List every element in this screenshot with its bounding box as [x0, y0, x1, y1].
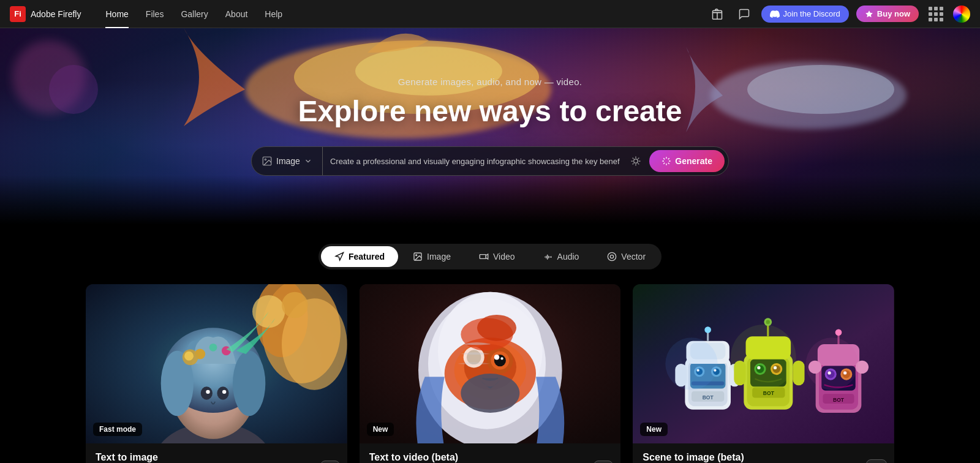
- tab-audio-label: Audio: [557, 252, 579, 262]
- logo-icon: Fi: [10, 6, 26, 22]
- card-scene-to-image[interactable]: BOT: [633, 284, 894, 463]
- card-2-arrow[interactable]: [594, 461, 613, 463]
- hero-bottom-fade: [0, 175, 980, 224]
- card-1-body: Text to image Generate high-quality imag…: [86, 443, 347, 463]
- nav-gallery[interactable]: Gallery: [173, 0, 215, 28]
- type-label: Image: [276, 156, 300, 166]
- svg-point-112: [731, 325, 796, 390]
- hero-content: Generate images, audio, and now — video.…: [251, 77, 729, 176]
- tab-video-label: Video: [493, 252, 515, 262]
- svg-point-75: [705, 326, 712, 333]
- buy-label: Buy now: [877, 9, 910, 18]
- svg-text:BOT: BOT: [763, 390, 775, 396]
- discord-button[interactable]: Join the Discord: [761, 6, 849, 23]
- audio-icon: [543, 252, 553, 262]
- svg-point-113: [806, 337, 858, 390]
- nav-help[interactable]: Help: [257, 0, 290, 28]
- svg-point-52: [494, 355, 499, 360]
- gift-button[interactable]: [707, 4, 727, 24]
- svg-point-27: [282, 292, 308, 318]
- image-icon: [413, 252, 423, 262]
- card-2-badge: New: [367, 423, 394, 436]
- tab-audio[interactable]: Audio: [530, 246, 593, 267]
- app-name: Adobe Firefly: [31, 9, 81, 19]
- apps-grid-icon: [929, 7, 943, 21]
- flowers-svg: [0, 28, 184, 151]
- enhance-button[interactable]: [627, 152, 644, 170]
- card-1-image: Fast mode: [86, 284, 347, 443]
- svg-point-58: [461, 374, 519, 413]
- hero-subtitle: Generate images, audio, and now — video.: [251, 77, 729, 87]
- card-3-title: Scene to image (beta): [643, 452, 884, 463]
- nav-home[interactable]: Home: [98, 0, 135, 28]
- hero-section: Generate images, audio, and now — video.…: [0, 28, 980, 224]
- svg-point-9: [49, 65, 98, 114]
- svg-point-11: [265, 159, 266, 160]
- nav-links: Home Files Gallery About Help: [98, 0, 290, 28]
- tab-video[interactable]: Video: [466, 246, 529, 267]
- svg-point-53: [500, 357, 503, 359]
- generate-icon: [662, 156, 671, 166]
- megaphone-icon: [334, 252, 344, 262]
- tab-vector[interactable]: Vector: [594, 246, 659, 267]
- vector-icon: [607, 252, 617, 262]
- card-1-badge: Fast mode: [93, 423, 142, 436]
- enhance-icon: [630, 155, 642, 167]
- tab-featured[interactable]: Featured: [321, 246, 398, 267]
- card-3-illustration: BOT: [633, 284, 894, 443]
- content-tabs: Featured Image Video: [318, 244, 662, 269]
- svg-point-32: [233, 351, 265, 416]
- navbar: Fi Adobe Firefly Home Files Gallery Abou…: [0, 0, 980, 28]
- tab-image[interactable]: Image: [399, 246, 464, 267]
- dropdown-chevron: [304, 157, 312, 165]
- card-2-image: New: [360, 284, 621, 443]
- svg-marker-2: [865, 10, 873, 17]
- card-text-to-image[interactable]: Fast mode Text to image Generate high-qu…: [86, 284, 347, 463]
- svg-point-7: [747, 65, 894, 114]
- buy-button[interactable]: Buy now: [856, 6, 919, 22]
- card-3-image: BOT: [633, 284, 894, 443]
- card-1-title: Text to image: [96, 452, 337, 463]
- svg-point-111: [666, 337, 718, 390]
- svg-point-92: [766, 320, 770, 324]
- search-input[interactable]: [323, 157, 627, 166]
- video-icon: [479, 252, 489, 262]
- svg-point-14: [416, 255, 417, 256]
- image-type-icon: [262, 156, 273, 167]
- generate-label: Generate: [675, 156, 712, 166]
- chat-button[interactable]: [734, 4, 754, 24]
- card-3-badge: New: [640, 423, 668, 436]
- card-text-to-video[interactable]: New Text to video (beta) Generate video …: [360, 284, 621, 463]
- hero-title: Explore new ways to create: [251, 94, 729, 128]
- card-1-arrow[interactable]: [320, 461, 340, 463]
- svg-text:BOT: BOT: [703, 394, 714, 401]
- svg-point-57: [477, 315, 516, 341]
- search-bar: Image Generate: [251, 146, 729, 176]
- svg-point-36: [222, 390, 226, 394]
- generate-button[interactable]: Generate: [649, 150, 725, 172]
- card-2-body: Text to video (beta) Generate video clip…: [360, 443, 621, 463]
- tab-featured-label: Featured: [349, 252, 385, 262]
- tab-image-label: Image: [427, 252, 451, 262]
- tab-vector-label: Vector: [621, 252, 646, 262]
- search-type-selector[interactable]: Image: [252, 147, 323, 175]
- card-1-illustration: [86, 284, 347, 443]
- discord-label: Join the Discord: [783, 9, 840, 18]
- profile-avatar[interactable]: [953, 6, 970, 23]
- card-3-body: Scene to image (beta) Create captivating…: [633, 443, 894, 463]
- cards-section: Fast mode Text to image Generate high-qu…: [0, 284, 980, 463]
- card-2-title: Text to video (beta): [369, 452, 611, 463]
- svg-point-12: [634, 159, 638, 164]
- svg-point-35: [206, 390, 209, 394]
- cards-grid: Fast mode Text to image Generate high-qu…: [86, 284, 894, 463]
- card-2-illustration: [360, 284, 621, 443]
- svg-rect-15: [480, 255, 486, 259]
- app-logo[interactable]: Fi Adobe Firefly: [10, 6, 81, 22]
- nav-actions: Join the Discord Buy now: [707, 4, 970, 24]
- nav-about[interactable]: About: [218, 0, 255, 28]
- card-3-arrow[interactable]: [866, 459, 887, 463]
- tabs-container: Featured Image Video: [0, 244, 980, 269]
- svg-point-41: [184, 352, 194, 361]
- nav-files[interactable]: Files: [138, 0, 172, 28]
- apps-button[interactable]: [926, 4, 946, 24]
